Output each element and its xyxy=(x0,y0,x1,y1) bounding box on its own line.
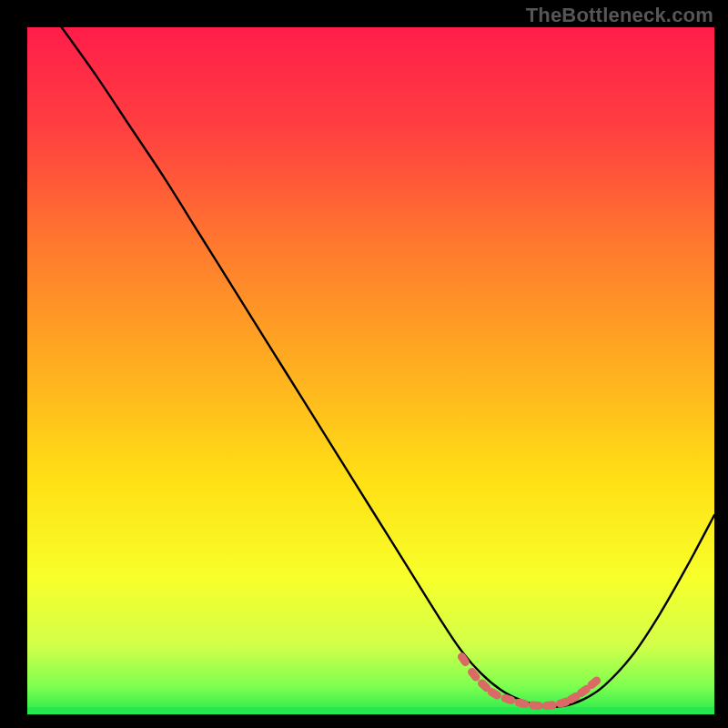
watermark-text: TheBottleneck.com xyxy=(526,4,713,27)
plot-background-gradient xyxy=(27,27,714,714)
curve-marker xyxy=(528,701,543,710)
green-baseline-band xyxy=(27,707,714,714)
bottleneck-chart xyxy=(0,0,728,728)
chart-stage: TheBottleneck.com xyxy=(0,0,728,728)
